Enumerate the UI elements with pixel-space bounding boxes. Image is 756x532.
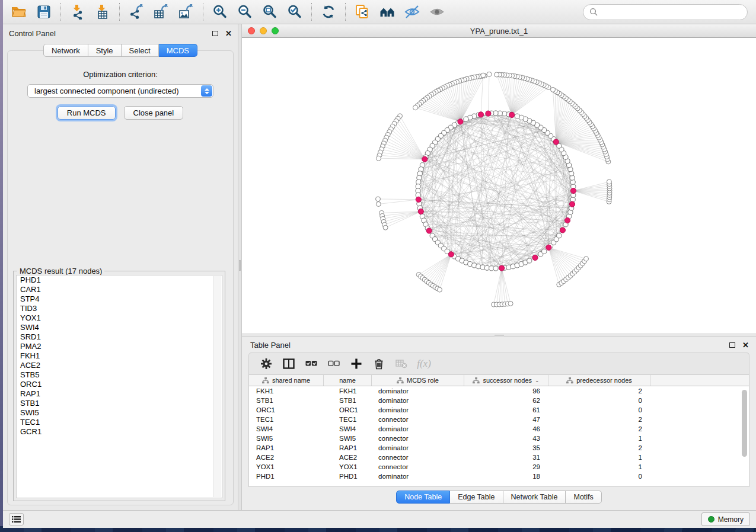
cell-shared-name[interactable]: YOX1 [249, 462, 324, 472]
cell-name[interactable]: ACE2 [324, 453, 372, 462]
network-canvas[interactable] [242, 38, 756, 334]
column-header-successor-nodes[interactable]: successor nodes⌄ [464, 375, 548, 386]
mcds-node[interactable] [418, 209, 423, 214]
leaf-node[interactable] [376, 197, 381, 201]
close-panel-icon[interactable]: ✕ [225, 30, 232, 37]
maximize-window-icon[interactable] [272, 27, 279, 34]
column-header-shared-name[interactable]: shared name [249, 375, 324, 386]
mcds-node[interactable] [570, 188, 576, 193]
cell-predecessor-nodes[interactable]: 1 [548, 453, 650, 462]
mcds-result-item[interactable]: TID3 [17, 304, 222, 313]
close-panel-button[interactable]: Close panel [124, 106, 184, 120]
cell-MCDS-role[interactable]: dominator [372, 443, 464, 453]
run-mcds-button[interactable]: Run MCDS [58, 106, 116, 120]
cell-name[interactable]: FKH1 [324, 386, 372, 396]
leaf-node[interactable] [551, 87, 556, 92]
mcds-node[interactable] [560, 227, 565, 233]
float-panel-icon[interactable] [729, 342, 735, 348]
cell-shared-name[interactable]: SWI5 [249, 434, 324, 443]
cell-shared-name[interactable]: RAP1 [249, 443, 324, 453]
cell-successor-nodes[interactable]: 62 [464, 396, 548, 405]
cell-successor-nodes[interactable]: 47 [464, 415, 548, 424]
import-network-button[interactable] [65, 2, 90, 22]
tab-select[interactable]: Select [122, 44, 159, 57]
cell-MCDS-role[interactable]: connector [372, 415, 464, 424]
export-network-button[interactable] [124, 2, 149, 22]
cell-name[interactable]: STB1 [324, 396, 372, 405]
leaf-node[interactable] [377, 156, 381, 161]
mcds-node[interactable] [499, 265, 505, 271]
cell-predecessor-nodes[interactable]: 2 [548, 386, 650, 396]
mcds-node[interactable] [509, 112, 515, 117]
cell-successor-nodes[interactable]: 43 [464, 434, 548, 443]
cell-name[interactable]: PHD1 [324, 472, 372, 481]
leaf-node[interactable] [584, 257, 589, 261]
cell-predecessor-nodes[interactable]: 1 [548, 462, 650, 472]
table-row[interactable]: FKH1FKH1dominator962 [249, 386, 749, 396]
network-node[interactable] [506, 265, 511, 270]
import-table-button[interactable] [90, 2, 115, 22]
vertical-splitter[interactable] [238, 24, 242, 510]
cell-predecessor-nodes[interactable]: 0 [548, 405, 650, 415]
cell-successor-nodes[interactable]: 18 [464, 472, 548, 481]
cell-successor-nodes[interactable]: 96 [464, 386, 548, 396]
cell-predecessor-nodes[interactable]: 2 [548, 443, 650, 453]
tab-motifs[interactable]: Motifs [566, 491, 601, 504]
column-header-predecessor-nodes[interactable]: predecessor nodes [548, 375, 650, 386]
cell-successor-nodes[interactable]: 35 [464, 443, 548, 453]
tab-mcds[interactable]: MCDS [159, 44, 197, 57]
optimization-criterion-dropdown[interactable]: largest connected component (undirected) [27, 84, 213, 98]
leaf-node[interactable] [508, 301, 513, 306]
zoom-fit-button[interactable] [257, 2, 282, 22]
export-table-button[interactable] [149, 2, 174, 22]
column-header-name[interactable]: name [324, 375, 372, 386]
cell-name[interactable]: SWI5 [324, 434, 372, 443]
mcds-result-item[interactable]: FKH1 [17, 351, 222, 361]
delete-columns-button[interactable] [368, 355, 390, 373]
mcds-node[interactable] [564, 218, 570, 223]
cell-predecessor-nodes[interactable]: 1 [548, 434, 650, 443]
open-file-button[interactable] [7, 2, 31, 22]
mcds-result-item[interactable]: YOX1 [17, 313, 222, 323]
network-node[interactable] [417, 171, 422, 176]
search-field[interactable] [583, 4, 748, 20]
select-all-rows-button[interactable] [300, 355, 323, 373]
float-panel-icon[interactable] [212, 31, 218, 36]
deselect-all-rows-button[interactable] [323, 355, 345, 373]
cell-successor-nodes[interactable]: 61 [464, 405, 548, 415]
cell-MCDS-role[interactable]: connector [372, 453, 464, 462]
cell-name[interactable]: YOX1 [324, 462, 372, 472]
task-history-button[interactable] [9, 513, 24, 525]
cell-MCDS-role[interactable]: connector [372, 462, 464, 472]
mcds-node[interactable] [458, 119, 463, 124]
cell-shared-name[interactable]: PHD1 [249, 472, 324, 481]
network-window-titlebar[interactable]: YPA_prune.txt_1 [242, 24, 756, 38]
table-row[interactable]: ACE2ACE2connector311 [249, 453, 749, 462]
create-column-button[interactable] [345, 355, 368, 373]
cell-successor-nodes[interactable]: 46 [464, 424, 548, 434]
network-node[interactable] [527, 258, 532, 263]
table-row[interactable]: TEC1TEC1connector472 [249, 415, 749, 424]
network-node[interactable] [570, 175, 575, 180]
close-panel-icon[interactable]: ✕ [742, 341, 749, 349]
tab-style[interactable]: Style [88, 44, 122, 57]
tab-network[interactable]: Network [43, 44, 88, 57]
cell-predecessor-nodes[interactable]: 0 [548, 396, 650, 405]
leaf-node[interactable] [487, 72, 492, 76]
mcds-node[interactable] [416, 197, 421, 202]
new-network-from-selection-button[interactable] [350, 2, 375, 22]
mcds-result-item[interactable]: CAR1 [17, 285, 222, 294]
scrollbar-thumb[interactable] [742, 390, 747, 457]
cell-MCDS-role[interactable]: dominator [372, 405, 464, 415]
mcds-result-item[interactable]: ORC1 [17, 380, 222, 389]
table-row[interactable]: RAP1RAP1dominator352 [249, 443, 749, 453]
mcds-node[interactable] [478, 112, 483, 117]
mcds-result-item[interactable]: STB5 [17, 370, 222, 380]
mcds-result-item[interactable]: STB1 [17, 399, 222, 408]
network-node[interactable] [542, 249, 547, 254]
cell-shared-name[interactable]: SWI4 [249, 424, 324, 434]
cell-MCDS-role[interactable]: dominator [372, 396, 464, 405]
mcds-result-item[interactable]: PHD1 [17, 275, 222, 285]
mcds-node[interactable] [422, 156, 428, 162]
zoom-selected-button[interactable] [282, 2, 307, 22]
